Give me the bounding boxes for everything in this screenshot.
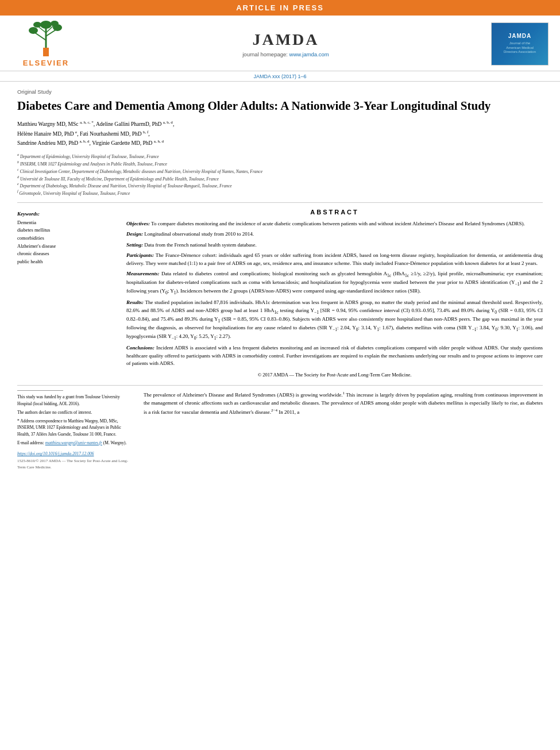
citation-bar: JAMDA xxx (2017) 1–6 bbox=[0, 71, 560, 82]
author-4: Fati Nourhashemi MD, PhD b, f, bbox=[80, 131, 150, 137]
keywords-column: Keywords: Dementia diabetes mellitus com… bbox=[17, 209, 115, 379]
article-in-press-banner: ARTICLE IN PRESS bbox=[0, 0, 560, 16]
intro-paragraph: The prevalence of Alzheimer's Disease an… bbox=[144, 390, 543, 417]
abstract-body: Objectives: To compare diabetes monitori… bbox=[126, 220, 543, 379]
keywords-items: Dementia diabetes mellitus comorbidities… bbox=[17, 219, 115, 266]
author-3: Hélène Hanaire MD, PhD e, bbox=[17, 131, 79, 137]
svg-rect-0 bbox=[43, 48, 49, 56]
abstract-heading: ABSTRACT bbox=[126, 209, 543, 216]
keyword-6: public health bbox=[17, 258, 115, 266]
keywords-label: Keywords: bbox=[17, 211, 115, 217]
email-suffix: (M. Wargny). bbox=[103, 440, 127, 445]
keyword-3: comorbidities bbox=[17, 234, 115, 243]
main-content: Original Study Diabetes Care and Dementi… bbox=[0, 82, 560, 476]
abstract-conclusions: Conclusions: Incident ADRS is associated… bbox=[126, 344, 543, 368]
bottom-section: This study was funded by a grant from To… bbox=[17, 385, 543, 470]
affiliations-list: a Department of Epidemiology, University… bbox=[17, 152, 543, 197]
abstract-copyright: © 2017 AMDA — The Society for Post-Acute… bbox=[126, 371, 543, 379]
abstract-objectives: Objectives: To compare diabetes monitori… bbox=[126, 220, 543, 228]
footnote-divider bbox=[17, 390, 63, 391]
issn-line: 1525-8610/© 2017 AMDA — The Society for … bbox=[17, 458, 132, 470]
jamda-logo-right: JAMDA Journal of theAmerican MedicalDire… bbox=[491, 22, 549, 66]
journal-homepage: journal homepage: www.jamda.com bbox=[80, 51, 491, 57]
svg-point-9 bbox=[33, 22, 41, 28]
funding-note: This study was funded by a grant from To… bbox=[17, 394, 132, 407]
abstract-setting: Setting: Data from the French national h… bbox=[126, 241, 543, 249]
email-note: E-mail address: matthieu.wargny@univ-nan… bbox=[17, 440, 132, 446]
abstract-participants: Participants: The France-Démence cohort:… bbox=[126, 252, 543, 267]
svg-point-6 bbox=[40, 21, 52, 29]
journal-url[interactable]: www.jamda.com bbox=[289, 51, 329, 57]
abstract-results: Results: The studied population included… bbox=[126, 299, 543, 341]
elsevier-label: ELSEVIER bbox=[23, 59, 69, 67]
svg-point-7 bbox=[29, 27, 38, 34]
journal-header: ELSEVIER JAMDA journal homepage: www.jam… bbox=[0, 16, 560, 71]
section-divider-1 bbox=[17, 202, 543, 203]
svg-point-10 bbox=[51, 21, 59, 26]
conflicts-note: The authors declare no conflicts of inte… bbox=[17, 409, 132, 416]
author-6: Virginie Gardette MD, PhD a, h, d bbox=[92, 140, 164, 146]
article-title: Diabetes Care and Dementia Among Older A… bbox=[17, 98, 543, 114]
elsevier-logo: ELSEVIER bbox=[11, 20, 80, 67]
authors-list: Matthieu Wargny MD, MSc a, h, c, *, Adel… bbox=[17, 120, 543, 148]
author-2: Adeline Gallini PharmD, PhD a, b, d, bbox=[96, 121, 174, 127]
doi-link[interactable]: https://doi.org/10.1016/j.jamda.2017.12.… bbox=[17, 451, 94, 456]
email-link[interactable]: matthieu.wargny@univ-nantes.fr bbox=[45, 440, 102, 445]
section-type-label: Original Study bbox=[17, 89, 543, 95]
abstract-section: Keywords: Dementia diabetes mellitus com… bbox=[17, 209, 543, 379]
doi-line[interactable]: https://doi.org/10.1016/j.jamda.2017.12.… bbox=[17, 451, 132, 457]
author-1: Matthieu Wargny MD, MSc a, h, c, *, bbox=[17, 121, 95, 127]
journal-name-heading: JAMDA bbox=[80, 30, 491, 49]
journal-center: JAMDA journal homepage: www.jamda.com bbox=[80, 30, 491, 57]
keyword-5: chronic diseases bbox=[17, 250, 115, 258]
keyword-2: diabetes mellitus bbox=[17, 226, 115, 234]
keyword-1: Dementia bbox=[17, 219, 115, 227]
email-label: E-mail address: bbox=[17, 440, 44, 445]
keyword-4: Alzheimer's disease bbox=[17, 243, 115, 251]
correspondence-note: * Address correspondence to Matthieu War… bbox=[17, 418, 132, 437]
footnotes-column: This study was funded by a grant from To… bbox=[17, 390, 132, 470]
abstract-column: ABSTRACT Objectives: To compare diabetes… bbox=[126, 209, 543, 379]
abstract-measurements: Measurements: Data related to diabetes c… bbox=[126, 270, 543, 296]
intro-text-column: The prevalence of Alzheimer's Disease an… bbox=[144, 390, 543, 470]
abstract-design: Design: Longitudinal observational study… bbox=[126, 230, 543, 239]
author-5: Sandrine Andrieu MD, PhD a, b, d, bbox=[17, 140, 91, 146]
